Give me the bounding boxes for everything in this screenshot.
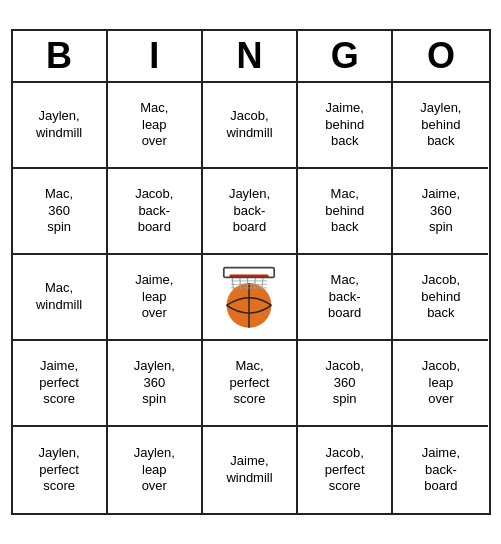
cell-text-0: Jaylen, windmill — [36, 108, 82, 142]
cell-text-19: Jacob, leap over — [422, 358, 460, 409]
bingo-cell-20: Jaylen, perfect score — [13, 427, 108, 513]
bingo-cell-7: Jaylen, back- board — [203, 169, 298, 255]
cell-text-2: Jacob, windmill — [226, 108, 272, 142]
bingo-header: BINGO — [13, 31, 489, 83]
cell-text-17: Mac, perfect score — [230, 358, 270, 409]
bingo-card: BINGO Jaylen, windmillMac, leap overJaco… — [11, 29, 491, 515]
cell-text-21: Jaylen, leap over — [134, 445, 175, 496]
basketball-icon — [214, 262, 284, 332]
bingo-cell-22: Jaime, windmill — [203, 427, 298, 513]
bingo-cell-6: Jacob, back- board — [108, 169, 203, 255]
bingo-cell-8: Mac, behind back — [298, 169, 393, 255]
cell-text-24: Jaime, back- board — [422, 445, 460, 496]
bingo-cell-16: Jaylen, 360 spin — [108, 341, 203, 427]
bingo-cell-1: Mac, leap over — [108, 83, 203, 169]
cell-text-5: Mac, 360 spin — [45, 186, 73, 237]
bingo-cell-10: Mac, windmill — [13, 255, 108, 341]
bingo-cell-18: Jacob, 360 spin — [298, 341, 393, 427]
bingo-cell-15: Jaime, perfect score — [13, 341, 108, 427]
cell-text-4: Jaylen, behind back — [420, 100, 461, 151]
cell-text-15: Jaime, perfect score — [39, 358, 79, 409]
bingo-grid: Jaylen, windmillMac, leap overJacob, win… — [13, 83, 489, 513]
cell-text-8: Mac, behind back — [325, 186, 364, 237]
bingo-cell-17: Mac, perfect score — [203, 341, 298, 427]
free-space-cell — [203, 255, 298, 341]
cell-text-16: Jaylen, 360 spin — [134, 358, 175, 409]
cell-text-11: Jaime, leap over — [135, 272, 173, 323]
bingo-cell-0: Jaylen, windmill — [13, 83, 108, 169]
header-letter-o: O — [393, 31, 488, 81]
bingo-cell-9: Jaime, 360 spin — [393, 169, 488, 255]
header-letter-i: I — [108, 31, 203, 81]
bingo-cell-4: Jaylen, behind back — [393, 83, 488, 169]
cell-text-13: Mac, back- board — [328, 272, 361, 323]
cell-text-14: Jacob, behind back — [421, 272, 460, 323]
cell-text-10: Mac, windmill — [36, 280, 82, 314]
bingo-cell-24: Jaime, back- board — [393, 427, 488, 513]
cell-text-7: Jaylen, back- board — [229, 186, 270, 237]
bingo-cell-14: Jacob, behind back — [393, 255, 488, 341]
bingo-cell-13: Mac, back- board — [298, 255, 393, 341]
cell-text-18: Jacob, 360 spin — [326, 358, 364, 409]
header-letter-n: N — [203, 31, 298, 81]
cell-text-6: Jacob, back- board — [135, 186, 173, 237]
bingo-cell-3: Jaime, behind back — [298, 83, 393, 169]
bingo-cell-23: Jacob, perfect score — [298, 427, 393, 513]
header-letter-b: B — [13, 31, 108, 81]
cell-text-20: Jaylen, perfect score — [38, 445, 79, 496]
bingo-cell-11: Jaime, leap over — [108, 255, 203, 341]
bingo-cell-19: Jacob, leap over — [393, 341, 488, 427]
header-letter-g: G — [298, 31, 393, 81]
cell-text-23: Jacob, perfect score — [325, 445, 365, 496]
cell-text-1: Mac, leap over — [140, 100, 168, 151]
cell-text-9: Jaime, 360 spin — [422, 186, 460, 237]
cell-text-22: Jaime, windmill — [226, 453, 272, 487]
bingo-cell-2: Jacob, windmill — [203, 83, 298, 169]
cell-text-3: Jaime, behind back — [325, 100, 364, 151]
bingo-cell-21: Jaylen, leap over — [108, 427, 203, 513]
bingo-cell-5: Mac, 360 spin — [13, 169, 108, 255]
